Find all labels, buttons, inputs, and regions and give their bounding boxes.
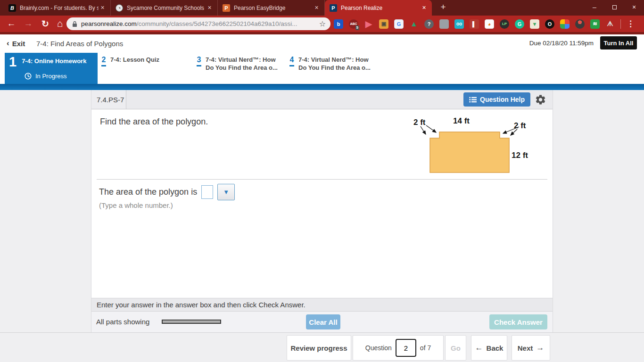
- of-total-label: of 7: [420, 344, 431, 352]
- question-number-group: Question of 7: [353, 335, 444, 361]
- window-minimize-button[interactable]: –: [585, 0, 604, 14]
- answer-sentence: The area of the polygon is: [99, 187, 197, 197]
- oval-extension-icon[interactable]: O: [545, 19, 554, 29]
- extensions-row: b ABC5 ▶ ▣ G ▲ ? oo ▌ ◕ LP G ▼ O ≋ ᗑ ⋮: [334, 19, 634, 29]
- readwrite-extension-icon[interactable]: ◕: [485, 19, 494, 29]
- list-icon: [469, 97, 477, 103]
- arrow-right-icon: →: [536, 343, 544, 353]
- puzzle-extension-icon[interactable]: [439, 19, 449, 29]
- review-progress-button[interactable]: Review progress: [287, 335, 351, 361]
- spellcheck-extension-icon[interactable]: ABC5: [349, 19, 358, 29]
- question-number-input[interactable]: [396, 339, 416, 357]
- classroom-extension-icon[interactable]: ▣: [379, 19, 388, 29]
- turn-in-all-button[interactable]: Turn In All: [600, 36, 637, 49]
- dropdown-arrow-icon: ▼: [223, 189, 229, 196]
- tab-brainly[interactable]: B Brainly.com - For students. By st ×: [4, 0, 111, 16]
- dimension-label-right: 12 ft: [512, 151, 528, 160]
- restore-icon: [612, 5, 617, 9]
- dimension-label-top-right: 2 ft: [514, 121, 526, 130]
- tab-sycamore[interactable]: ◔ Sycamore Community Schools L ×: [111, 0, 218, 16]
- answer-input[interactable]: [201, 185, 213, 199]
- step-title: 7-4: Online Homework: [22, 58, 86, 68]
- step-status: In Progress: [35, 73, 66, 80]
- download-box-extension-icon[interactable]: ▼: [530, 19, 539, 29]
- step-number: 4: [290, 56, 294, 64]
- tab-close-icon[interactable]: ×: [99, 4, 107, 12]
- url-text: pearsonrealize.com/community/classes/5d4…: [81, 20, 315, 27]
- step-4-virtual-nerd[interactable]: 4 7-4: Virtual Nerd™: How Do You Find th…: [289, 56, 375, 72]
- step-1-online-homework[interactable]: 1 7-4: Online Homework In Progress: [5, 53, 98, 84]
- units-dropdown[interactable]: ▼: [217, 184, 235, 200]
- tab-title: Pearson Realize: [341, 5, 420, 11]
- rss-extension-icon[interactable]: ≋: [590, 19, 600, 29]
- assignment-title: 7-4: Find Areas of Polygons: [36, 40, 123, 48]
- bookmark-star-icon[interactable]: ☆: [319, 19, 326, 28]
- tab-close-icon[interactable]: ×: [206, 4, 214, 12]
- globe-favicon-icon: ◔: [116, 4, 123, 12]
- step-title: 7-4: Virtual Nerd™: How Do You Find the …: [206, 56, 282, 72]
- step-underline: [197, 65, 201, 66]
- wifi-tower-extension-icon[interactable]: ᗑ: [605, 19, 615, 29]
- arrow-left-icon: ←: [475, 343, 483, 353]
- step-underline: [101, 65, 106, 66]
- settings-gear-button[interactable]: [535, 94, 546, 106]
- dimension-label-top: 14 ft: [453, 116, 470, 125]
- back-button[interactable]: ← Back: [471, 335, 507, 361]
- pin-extension-icon[interactable]: [575, 19, 585, 29]
- help-circle-extension-icon[interactable]: ?: [424, 19, 434, 29]
- step-3-virtual-nerd[interactable]: 3 7-4: Virtual Nerd™: How Do You Find th…: [197, 56, 282, 72]
- tab-title: Pearson EasyBridge: [234, 5, 313, 11]
- translate-extension-icon[interactable]: G: [394, 19, 404, 29]
- blue-divider-band: [0, 84, 644, 90]
- chevron-left-icon: ‹: [7, 39, 9, 48]
- due-date-label: Due 02/18/20 11:59pm: [529, 40, 594, 47]
- home-icon[interactable]: ⌂: [53, 17, 66, 30]
- forward-icon[interactable]: →: [22, 17, 35, 30]
- step-title: 7-4: Virtual Nerd™: How Do You Find the …: [298, 56, 375, 72]
- instruction-band: Enter your answer in the answer box and …: [91, 298, 553, 312]
- step-number: 2: [102, 56, 106, 64]
- parts-progress-bar: [162, 320, 221, 324]
- step-2-lesson-quiz[interactable]: 2 7-4: Lesson Quiz: [101, 56, 159, 66]
- kami-extension-icon[interactable]: oo: [454, 19, 464, 29]
- chrome-menu-icon[interactable]: ⋮: [627, 19, 634, 29]
- window-close-button[interactable]: ×: [624, 0, 644, 14]
- clock-icon: [25, 73, 32, 80]
- step-number: 1: [9, 55, 17, 68]
- tab-easybridge[interactable]: P Pearson EasyBridge ×: [218, 0, 325, 16]
- new-tab-button[interactable]: +: [438, 2, 449, 12]
- red-book-extension-icon[interactable]: ▌: [470, 19, 479, 29]
- screencastify-extension-icon[interactable]: ▶: [364, 19, 373, 29]
- check-answer-button[interactable]: Check Answer: [489, 314, 547, 329]
- next-button[interactable]: Next →: [512, 335, 550, 361]
- step-title: 7-4: Lesson Quiz: [110, 56, 159, 66]
- polygon-figure: 2 ft 14 ft 2 ft 12 ft: [404, 112, 538, 176]
- answer-hint: (Type a whole number.): [99, 201, 173, 209]
- back-icon[interactable]: ←: [5, 17, 18, 30]
- question-help-label: Question Help: [480, 96, 525, 103]
- navigation-footer: Review progress Question of 7 Go ← Back …: [0, 332, 644, 362]
- tab-close-icon[interactable]: ×: [313, 4, 321, 12]
- tab-close-icon[interactable]: ×: [420, 4, 428, 12]
- clear-all-button[interactable]: Clear All: [306, 314, 340, 329]
- drive-extension-icon[interactable]: ▲: [409, 19, 419, 29]
- dots-extension-icon[interactable]: [560, 19, 570, 29]
- browser-tab-bar: B Brainly.com - For students. By st × ◔ …: [0, 0, 644, 16]
- address-bar[interactable]: pearsonrealize.com/community/classes/5d4…: [66, 17, 330, 30]
- question-help-button[interactable]: Question Help: [463, 92, 530, 107]
- answer-controls: All parts showing Clear All Check Answer: [91, 312, 553, 332]
- lp-extension-icon[interactable]: LP: [500, 19, 509, 29]
- grammarly-extension-icon[interactable]: G: [515, 19, 524, 29]
- brainly-favicon-icon: B: [8, 4, 16, 12]
- go-button[interactable]: Go: [445, 335, 466, 361]
- tab-pearson-realize-active[interactable]: P Pearson Realize ×: [325, 0, 432, 16]
- question-panel-header: 7.4.PS-7 Question Help: [91, 90, 553, 109]
- tab-title: Brainly.com - For students. By st: [20, 5, 99, 11]
- tab-title: Sycamore Community Schools L: [127, 5, 206, 11]
- reload-icon[interactable]: ↻: [39, 17, 52, 30]
- bing-extension-icon[interactable]: b: [334, 19, 343, 29]
- back-label: Back: [487, 344, 504, 352]
- window-restore-button[interactable]: [604, 0, 624, 14]
- question-panel: 7.4.PS-7 Question Help Find the area of …: [91, 90, 553, 332]
- exit-button[interactable]: ‹ Exit: [7, 39, 25, 48]
